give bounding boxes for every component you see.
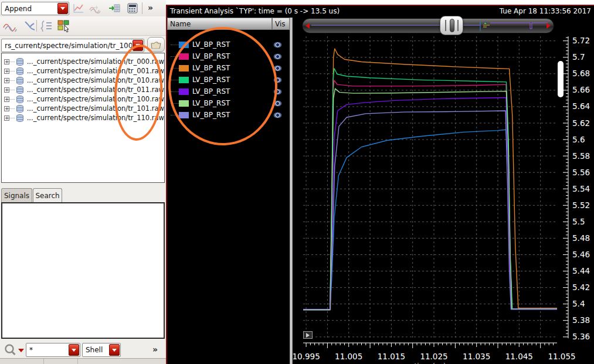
svg-text:5.48: 5.48 (572, 233, 590, 243)
svg-text:5.66: 5.66 (572, 85, 590, 94)
tree-expander-icon[interactable]: + (4, 78, 9, 83)
toolbar-separator (142, 2, 142, 14)
signal-row[interactable]: LV_BP_RST (167, 39, 290, 50)
calculator-icon[interactable] (125, 1, 140, 15)
results-path-combo[interactable]: rs_current/spectre/simulation/tr_100.raw (1, 39, 144, 52)
tree-connector (171, 91, 179, 92)
folder-icon (151, 41, 161, 49)
svg-text:10.995: 10.995 (293, 352, 320, 361)
svg-text:5.36: 5.36 (572, 332, 590, 341)
visibility-eye-icon[interactable] (274, 54, 281, 59)
results-path-dropdown-button[interactable] (133, 40, 143, 51)
tree-item[interactable]: +..._current/spectre/simulation/tr_101.r… (2, 104, 164, 113)
waveform-window: Transient Analysis `TYP': time = (0 s ->… (166, 5, 594, 364)
svg-text:5.44: 5.44 (572, 266, 590, 275)
tree-item-label: ..._current/spectre/simulation/tr_110.ra… (27, 114, 164, 122)
database-icon (16, 96, 23, 103)
signal-name: LV_BP_RST (192, 64, 274, 72)
tree-expander-icon[interactable]: + (4, 115, 9, 121)
signal-row[interactable]: LV_BP_RST (167, 109, 290, 121)
signal-name: LV_BP_RST (192, 87, 274, 96)
signal-list: LV_BP_RSTLV_BP_RSTLV_BP_RSTLV_BP_RSTLV_B… (167, 30, 290, 364)
status-strip (0, 358, 166, 364)
probe-icon[interactable] (22, 19, 38, 33)
visibility-eye-icon[interactable] (274, 113, 281, 118)
signal-color-swatch[interactable] (179, 112, 189, 118)
tree-expander-icon[interactable]: + (4, 87, 9, 93)
signal-row[interactable]: LV_BP_RST (167, 86, 290, 97)
signal-color-swatch[interactable] (179, 53, 189, 60)
signal-color-swatch[interactable] (179, 100, 189, 107)
group-list-icon[interactable] (39, 19, 54, 33)
visibility-eye-icon[interactable] (274, 89, 281, 94)
search-options-dropdown-icon[interactable] (18, 349, 24, 352)
signal-color-swatch[interactable] (179, 42, 189, 48)
signal-row[interactable]: LV_BP_RST (167, 50, 290, 62)
signal-row[interactable]: LV_BP_RST (167, 62, 290, 74)
visibility-eye-icon[interactable] (274, 77, 281, 83)
svg-text:11.015: 11.015 (378, 352, 405, 361)
export-to-table-icon[interactable] (107, 1, 122, 15)
replay-button[interactable] (303, 331, 313, 339)
svg-text:5.64: 5.64 (572, 101, 590, 111)
plot-chart-icon[interactable] (71, 1, 86, 15)
search-overflow-button[interactable]: » (152, 345, 158, 354)
database-icon (16, 86, 23, 94)
svg-text:5.5: 5.5 (572, 217, 585, 226)
open-results-button[interactable] (147, 37, 165, 52)
tree-expander-icon[interactable]: + (4, 97, 9, 102)
tree-item[interactable]: +..._current/spectre/simulation/tr_100.r… (2, 94, 164, 104)
tree-item[interactable]: +..._current/spectre/simulation/tr_011.r… (2, 85, 164, 94)
append-mode-dropdown-button[interactable] (57, 3, 68, 14)
tree-expander-icon[interactable]: + (4, 106, 9, 111)
shell-combo[interactable]: Shell (82, 343, 121, 357)
signal-name: LV_BP_RST (192, 111, 274, 119)
svg-text:5.7: 5.7 (572, 52, 585, 62)
shell-dropdown-button[interactable] (109, 344, 120, 356)
tab-search-label: Search (35, 192, 59, 200)
tree-item[interactable]: +..._current/spectre/simulation/tr_000.r… (2, 57, 164, 66)
toolbar-overflow-button[interactable]: » (148, 3, 153, 12)
tree-expander-icon[interactable]: + (4, 59, 9, 64)
tree-item-label: ..._current/spectre/simulation/tr_011.ra… (27, 86, 164, 94)
search-icon[interactable] (4, 343, 18, 359)
tree-item-label: ..._current/spectre/simulation/tr_000.ra… (27, 57, 164, 66)
visibility-eye-icon[interactable] (274, 42, 281, 47)
tree-item[interactable]: +..._current/spectre/simulation/tr_110.r… (2, 113, 164, 123)
signals-list[interactable] (1, 202, 165, 339)
window-layout-icon[interactable] (56, 19, 72, 33)
vertical-scrollbar-thumb[interactable] (558, 61, 564, 97)
signal-color-swatch[interactable] (179, 65, 189, 72)
waveform-icon[interactable] (3, 19, 18, 33)
svg-text:5.72: 5.72 (572, 36, 590, 45)
database-icon (16, 77, 23, 84)
visibility-eye-icon[interactable] (274, 101, 281, 106)
tab-signals[interactable]: Signals (1, 188, 32, 202)
signal-color-swatch[interactable] (179, 77, 189, 83)
filter-dropdown-button[interactable] (69, 344, 79, 356)
tree-item[interactable]: +..._current/spectre/simulation/tr_001.r… (2, 66, 164, 76)
tree-item[interactable]: +..._current/spectre/simulation/tr_010.r… (2, 76, 164, 85)
filter-combo[interactable]: * (26, 343, 80, 357)
svg-text:11.035: 11.035 (463, 352, 490, 361)
append-waves-icon[interactable] (88, 1, 103, 15)
signal-row[interactable]: LV_BP_RST (167, 97, 290, 109)
results-file-tree[interactable]: +..._current/spectre/simulation/tr_000.r… (1, 53, 165, 183)
tree-item-label: ..._current/spectre/simulation/tr_001.ra… (27, 67, 164, 75)
tree-connector (9, 90, 15, 90)
column-header-name[interactable]: Name (167, 18, 272, 30)
signal-row[interactable]: LV_BP_RST (167, 74, 290, 86)
status-divider (43, 359, 44, 364)
signal-color-swatch[interactable] (179, 89, 189, 95)
tree-connector (9, 80, 15, 81)
append-mode-combo[interactable]: Append (1, 2, 69, 15)
column-header-vis[interactable]: Vis (272, 18, 290, 30)
tree-connector (9, 108, 15, 109)
tree-expander-icon[interactable]: + (4, 69, 9, 74)
database-icon (16, 105, 23, 113)
tree-connector (9, 118, 15, 118)
signal-name: LV_BP_RST (192, 52, 274, 60)
database-icon (16, 58, 23, 66)
tab-search[interactable]: Search (33, 188, 62, 202)
visibility-eye-icon[interactable] (274, 66, 281, 71)
